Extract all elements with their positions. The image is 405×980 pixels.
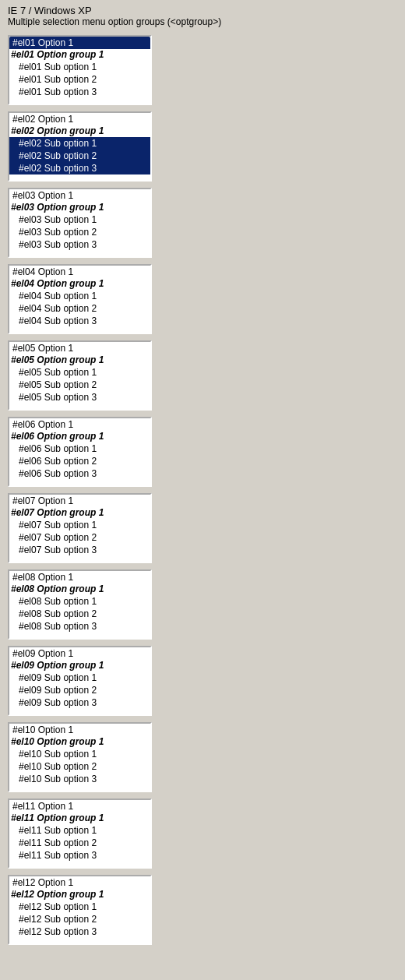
- select-el01[interactable]: #el01 Option 1#el01 Sub option 1#el01 Su…: [9, 37, 150, 104]
- select-wrapper-el07[interactable]: #el07 Option 1#el07 Sub option 1#el07 Su…: [8, 493, 152, 563]
- select-wrapper-el11[interactable]: #el11 Option 1#el11 Sub option 1#el11 Su…: [8, 798, 152, 869]
- select-el04[interactable]: #el04 Option 1#el04 Sub option 1#el04 Su…: [9, 266, 150, 333]
- select-wrapper-el01[interactable]: #el01 Option 1#el01 Sub option 1#el01 Su…: [8, 35, 152, 105]
- select-el09[interactable]: #el09 Option 1#el09 Sub option 1#el09 Su…: [9, 647, 150, 714]
- select-el02[interactable]: #el02 Option 1#el02 Sub option 1#el02 Su…: [9, 113, 150, 180]
- select-wrapper-el10[interactable]: #el10 Option 1#el10 Sub option 1#el10 Su…: [8, 722, 152, 792]
- page-header: IE 7 / Windows XP Multiple selection men…: [0, 0, 405, 30]
- select-el11[interactable]: #el11 Option 1#el11 Sub option 1#el11 Su…: [9, 800, 150, 867]
- select-wrapper-el12[interactable]: #el12 Option 1#el12 Sub option 1#el12 Su…: [8, 875, 152, 945]
- select-el12[interactable]: #el12 Option 1#el12 Sub option 1#el12 Su…: [9, 876, 150, 943]
- select-el03[interactable]: #el03 Option 1#el03 Sub option 1#el03 Su…: [9, 189, 150, 256]
- select-wrapper-el04[interactable]: #el04 Option 1#el04 Sub option 1#el04 Su…: [8, 264, 152, 334]
- select-wrapper-el06[interactable]: #el06 Option 1#el06 Sub option 1#el06 Su…: [8, 417, 152, 487]
- select-el06[interactable]: #el06 Option 1#el06 Sub option 1#el06 Su…: [9, 418, 150, 485]
- select-wrapper-el02[interactable]: #el02 Option 1#el02 Sub option 1#el02 Su…: [8, 111, 152, 182]
- select-el07[interactable]: #el07 Option 1#el07 Sub option 1#el07 Su…: [9, 495, 150, 562]
- page-title: IE 7 / Windows XP: [8, 5, 397, 16]
- select-el08[interactable]: #el08 Option 1#el08 Sub option 1#el08 Su…: [9, 571, 150, 638]
- select-wrapper-el05[interactable]: #el05 Option 1#el05 Sub option 1#el05 Su…: [8, 340, 152, 411]
- select-wrapper-el08[interactable]: #el08 Option 1#el08 Sub option 1#el08 Su…: [8, 569, 152, 640]
- main-content: #el01 Option 1#el01 Sub option 1#el01 Su…: [0, 30, 405, 950]
- select-wrapper-el03[interactable]: #el03 Option 1#el03 Sub option 1#el03 Su…: [8, 188, 152, 258]
- select-el10[interactable]: #el10 Option 1#el10 Sub option 1#el10 Su…: [9, 724, 150, 791]
- select-el05[interactable]: #el05 Option 1#el05 Sub option 1#el05 Su…: [9, 342, 150, 409]
- select-wrapper-el09[interactable]: #el09 Option 1#el09 Sub option 1#el09 Su…: [8, 646, 152, 716]
- page-subtitle: Multiple selection menu option groups (<…: [8, 16, 397, 27]
